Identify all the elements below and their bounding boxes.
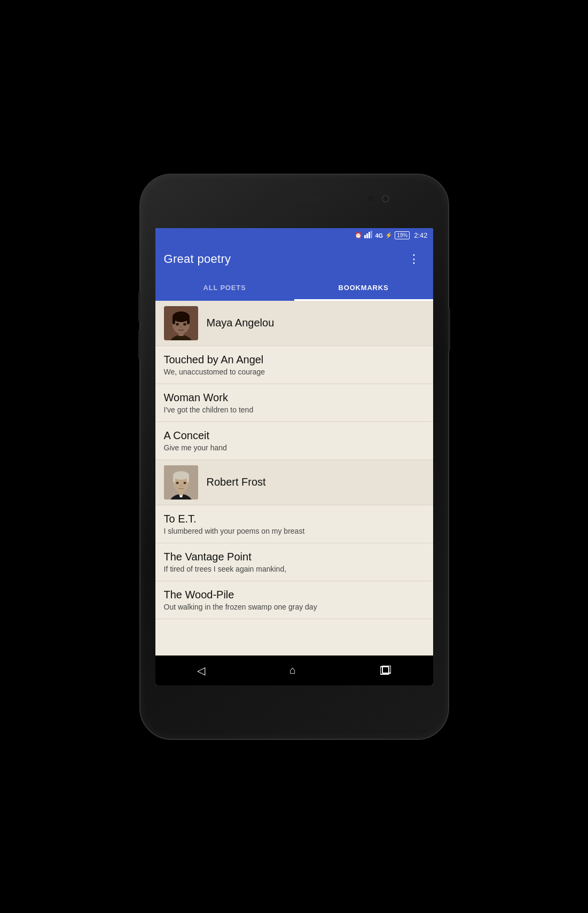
volume-down-button[interactable] bbox=[138, 330, 140, 359]
poem-item-woman-work[interactable]: Woman Work I've got the children to tend bbox=[155, 384, 433, 422]
poem-excerpt: I've got the children to tend bbox=[164, 405, 425, 414]
app-title: Great poetry bbox=[164, 252, 231, 266]
poem-title: Touched by An Angel bbox=[164, 354, 425, 366]
poet-name-maya-angelou: Maya Angelou bbox=[207, 317, 275, 329]
avatar-robert-frost bbox=[164, 465, 198, 500]
charging-icon: ⚡ bbox=[385, 232, 393, 239]
svg-rect-20 bbox=[173, 475, 175, 482]
svg-rect-9 bbox=[173, 316, 175, 324]
signal-icon bbox=[364, 231, 373, 240]
app-bar: Great poetry ⋮ bbox=[155, 243, 433, 275]
more-options-button[interactable]: ⋮ bbox=[404, 251, 425, 267]
svg-rect-3 bbox=[371, 231, 372, 238]
poem-item-to-et[interactable]: To E.T. I slumbered with your poems on m… bbox=[155, 505, 433, 543]
sensor bbox=[368, 196, 373, 201]
svg-point-23 bbox=[183, 482, 186, 484]
avatar-maya-angelou bbox=[164, 306, 198, 340]
poem-title: The Vantage Point bbox=[164, 551, 425, 563]
bottom-navigation: ◁ ⌂ bbox=[155, 656, 433, 685]
battery-indicator: 19% bbox=[395, 231, 410, 239]
volume-up-button[interactable] bbox=[138, 292, 140, 322]
poem-item-a-conceit[interactable]: A Conceit Give me your hand bbox=[155, 422, 433, 460]
status-bar: ⏰ 4G ⚡ 19% 2:42 bbox=[155, 228, 433, 243]
camera bbox=[382, 195, 389, 202]
poem-item-touched-by-an-angel[interactable]: Touched by An Angel We, unaccustomed to … bbox=[155, 346, 433, 384]
poem-excerpt: I slumbered with your poems on my breast bbox=[164, 527, 425, 535]
tab-bookmarks[interactable]: BOOKMARKS bbox=[294, 275, 433, 301]
svg-point-13 bbox=[180, 326, 182, 327]
poem-excerpt: If tired of trees I seek again mankind, bbox=[164, 565, 425, 573]
power-button[interactable] bbox=[448, 308, 450, 351]
svg-rect-1 bbox=[366, 233, 368, 238]
poem-item-wood-pile[interactable]: The Wood-Pile Out walking in the frozen … bbox=[155, 581, 433, 619]
svg-rect-0 bbox=[364, 235, 366, 238]
svg-point-22 bbox=[176, 482, 178, 484]
home-button[interactable]: ⌂ bbox=[279, 660, 307, 681]
poem-title: The Wood-Pile bbox=[164, 589, 425, 601]
poem-excerpt: Give me your hand bbox=[164, 443, 425, 452]
svg-rect-21 bbox=[187, 475, 189, 482]
svg-rect-2 bbox=[369, 232, 370, 238]
svg-point-12 bbox=[183, 323, 186, 325]
poem-title: A Conceit bbox=[164, 430, 425, 442]
phone-screen: ⏰ 4G ⚡ 19% 2:42 bbox=[155, 228, 433, 685]
svg-rect-10 bbox=[187, 316, 190, 324]
tabs-bar: ALL POETS BOOKMARKS bbox=[155, 275, 433, 301]
alarm-icon: ⏰ bbox=[355, 232, 362, 239]
status-time: 2:42 bbox=[414, 231, 427, 239]
battery-level: 19% bbox=[395, 231, 410, 239]
poem-excerpt: We, unaccustomed to courage bbox=[164, 368, 425, 376]
status-icons: ⏰ 4G ⚡ 19% 2:42 bbox=[355, 231, 427, 240]
svg-point-19 bbox=[173, 471, 189, 480]
poet-header-maya-angelou[interactable]: Maya Angelou bbox=[155, 301, 433, 346]
poem-excerpt: Out walking in the frozen swamp one gray… bbox=[164, 603, 425, 611]
poet-header-robert-frost[interactable]: Robert Frost bbox=[155, 460, 433, 505]
speaker bbox=[268, 197, 321, 201]
network-type: 4G bbox=[375, 232, 383, 239]
poem-title: To E.T. bbox=[164, 513, 425, 525]
tab-all-poets[interactable]: ALL POETS bbox=[155, 275, 294, 301]
recents-button[interactable] bbox=[370, 661, 402, 680]
back-button[interactable]: ◁ bbox=[186, 660, 216, 681]
poet-name-robert-frost: Robert Frost bbox=[207, 476, 266, 488]
poem-item-vantage-point[interactable]: The Vantage Point If tired of trees I se… bbox=[155, 543, 433, 581]
content-area: Maya Angelou Touched by An Angel We, una… bbox=[155, 301, 433, 656]
svg-point-11 bbox=[176, 323, 179, 325]
phone-frame: ⏰ 4G ⚡ 19% 2:42 bbox=[139, 174, 449, 740]
poem-title: Woman Work bbox=[164, 392, 425, 404]
